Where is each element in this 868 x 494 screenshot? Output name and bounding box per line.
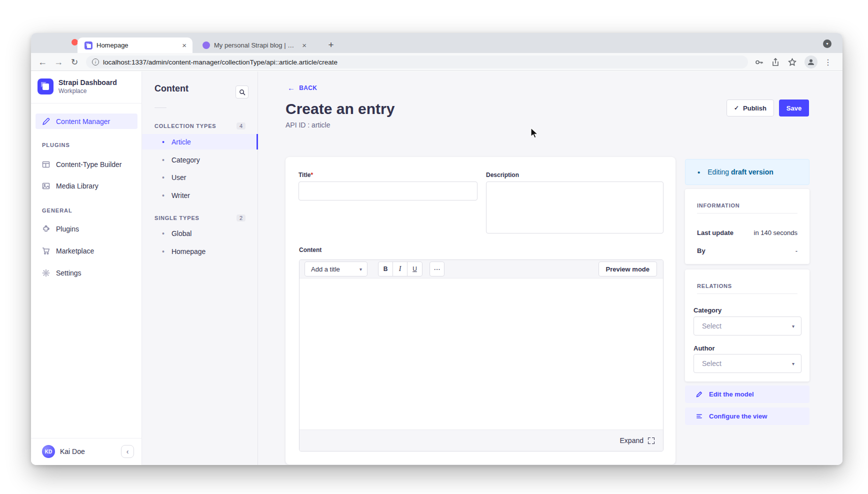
user-profile[interactable]: KD Kai Doe [42, 445, 85, 458]
close-tab-icon[interactable]: × [301, 42, 308, 49]
relations-card: RELATIONS Category Select ▾ Author Selec… [685, 270, 810, 382]
draft-prefix: Editing [708, 168, 729, 176]
subnav-item-homepage[interactable]: • Homepage [142, 244, 258, 259]
section-label-plugins: PLUGINS [42, 142, 70, 148]
last-update-value: in 140 seconds [754, 229, 798, 236]
caret-down-icon: ▾ [792, 324, 794, 329]
category-select-value: Select [702, 322, 722, 330]
configure-view-button[interactable]: Configure the view [685, 408, 810, 425]
author-select-value: Select [702, 360, 722, 368]
category-select[interactable]: Select ▾ [694, 316, 802, 336]
group-collection-types: COLLECTION TYPES 4 [154, 122, 246, 130]
new-tab-button[interactable]: + [324, 38, 338, 52]
edit-model-button[interactable]: Edit the model [685, 386, 810, 403]
pen-icon [42, 118, 50, 126]
description-textarea[interactable] [486, 182, 664, 234]
last-update-label: Last update [697, 229, 734, 236]
search-button[interactable] [236, 86, 248, 98]
information-card: INFORMATION Last update in 140 seconds B… [685, 189, 810, 264]
sidebar-item-media-library[interactable]: Media Library [36, 178, 138, 194]
sidebar-item-content-type-builder[interactable]: Content-Type Builder [36, 156, 138, 172]
reload-button[interactable]: ↻ [67, 53, 82, 71]
expand-icon[interactable] [648, 438, 654, 444]
by-row: By - [697, 247, 798, 254]
divider [154, 108, 166, 108]
description-field-label: Description [486, 172, 519, 178]
section-label-general: GENERAL [42, 208, 72, 214]
last-update-row: Last update in 140 seconds [697, 229, 798, 236]
sidebar-item-label: Media Library [56, 182, 98, 190]
back-link[interactable]: ← BACK [288, 84, 317, 92]
group-label: COLLECTION TYPES [154, 123, 216, 129]
back-button[interactable]: ← [35, 53, 50, 71]
bullet-icon: • [162, 248, 164, 256]
browser-window: Homepage × My personal Strapi blog | Str… [31, 33, 842, 465]
tab-title: My personal Strapi blog | Strap [214, 42, 297, 49]
required-asterisk: * [310, 172, 313, 178]
subnav-item-category[interactable]: • Category [142, 152, 258, 168]
browser-profile-avatar[interactable] [804, 56, 818, 68]
close-tab-icon[interactable]: × [181, 42, 188, 49]
sidebar-item-content-manager[interactable]: Content Manager [36, 114, 138, 129]
subnav-item-user[interactable]: • User [142, 170, 258, 185]
subnav-item-writer[interactable]: • Writer [142, 188, 258, 203]
italic-button[interactable]: I [393, 262, 408, 276]
entry-form-card: Title* Description Content Add a title ▾ [286, 157, 676, 464]
workspace-brand[interactable]: Strapi Dashboard Workplace [38, 78, 117, 94]
draft-bold: draft version [731, 168, 774, 176]
tab-homepage[interactable]: Homepage × [78, 38, 192, 53]
more-formats-button[interactable]: ⋯ [430, 262, 444, 276]
page-title: Create an entry [286, 100, 394, 118]
screenshot-root: Homepage × My personal Strapi blog | Str… [0, 0, 868, 494]
user-name: Kai Doe [60, 448, 85, 456]
information-heading: INFORMATION [697, 202, 740, 208]
forward-button[interactable]: → [51, 53, 66, 71]
subnav-item-global[interactable]: • Global [142, 226, 258, 241]
group-single-types: SINGLE TYPES 2 [154, 214, 246, 222]
tab-search-button[interactable]: ▼ [823, 40, 832, 48]
bullet-icon: • [162, 174, 164, 182]
editor-body[interactable] [300, 278, 663, 430]
sidebar-item-plugins[interactable]: Plugins [36, 221, 138, 236]
back-arrow-icon: ← [288, 84, 295, 92]
heading-select-value: Add a title [311, 266, 340, 273]
search-icon [239, 89, 246, 96]
expand-label[interactable]: Expand [620, 436, 644, 444]
collapse-sidebar-button[interactable]: ‹ [121, 445, 134, 458]
relations-heading: RELATIONS [697, 283, 732, 289]
author-select[interactable]: Select ▾ [694, 354, 802, 373]
divider [697, 294, 798, 294]
content-sidebar: Content COLLECTION TYPES 4 • Article • C… [142, 72, 258, 465]
tab-title: Homepage [96, 42, 177, 49]
title-input[interactable] [298, 182, 478, 200]
sidebar-item-marketplace[interactable]: Marketplace [36, 243, 138, 258]
tab-strapi-blog[interactable]: My personal Strapi blog | Strap × [196, 38, 312, 53]
bold-button[interactable]: B [378, 262, 393, 276]
preview-mode-button[interactable]: Preview mode [598, 262, 657, 276]
subnav-item-label: Global [172, 230, 192, 238]
password-key-icon[interactable] [752, 55, 766, 69]
title-field-label: Title* [298, 172, 313, 178]
browser-menu-icon[interactable]: ⋮ [821, 55, 835, 69]
underline-button[interactable]: U [408, 262, 422, 276]
subnav-item-label: Category [172, 156, 200, 164]
preview-mode-label: Preview mode [606, 266, 650, 273]
sidebar-item-label: Plugins [56, 225, 79, 233]
chevron-left-icon: ‹ [126, 448, 129, 456]
layout-grid-icon [42, 160, 50, 168]
editor-footer: Expand [300, 430, 663, 451]
strapi-favicon-icon [84, 42, 92, 50]
share-icon[interactable] [768, 55, 782, 69]
by-label: By [697, 247, 706, 254]
subnav-item-article[interactable]: • Article [142, 134, 258, 150]
url-text: localhost:1337/admin/content-manager/col… [103, 58, 338, 66]
address-bar[interactable]: i localhost:1337/admin/content-manager/c… [86, 56, 748, 68]
bookmark-star-icon[interactable] [785, 55, 799, 69]
sidebar-item-settings[interactable]: Settings [36, 265, 138, 280]
heading-select[interactable]: Add a title ▾ [304, 262, 368, 276]
site-info-icon[interactable]: i [92, 58, 99, 66]
pencil-icon [696, 391, 702, 398]
author-label: Author [694, 344, 715, 352]
sidebar-item-label: Content-Type Builder [56, 160, 122, 168]
back-label: BACK [299, 84, 317, 92]
